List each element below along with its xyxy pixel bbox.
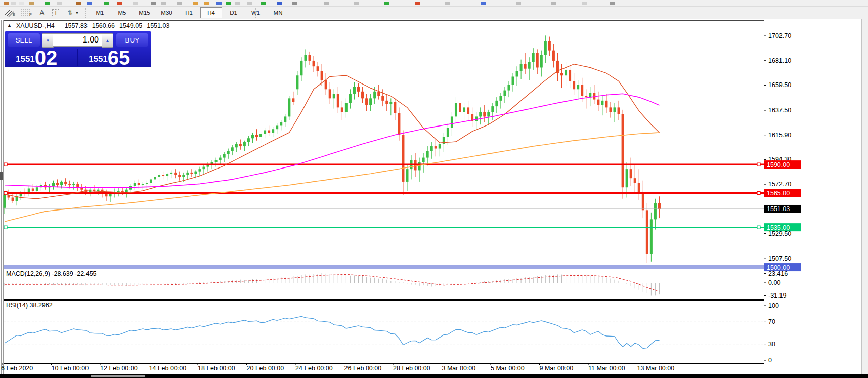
date-label: 28 Feb 00:00 (393, 365, 430, 372)
candle-body (239, 144, 242, 147)
buy-price[interactable]: 1551 65 (89, 49, 130, 66)
price-badge-label: 1565.00 (767, 190, 790, 197)
candle-body (422, 158, 425, 162)
candle-body (337, 94, 339, 107)
candle-body (483, 112, 486, 116)
candle-body (565, 70, 567, 75)
line-handle[interactable] (757, 226, 760, 229)
candle-body (117, 191, 120, 192)
candle-body (292, 98, 294, 102)
candle-body (223, 154, 226, 158)
candle-body (365, 98, 368, 105)
candle-body (524, 64, 527, 69)
price-tick-label: 1572.70 (768, 181, 791, 188)
sell-price-small: 1551 (16, 54, 35, 64)
candle-body (577, 85, 579, 89)
candle-body (646, 210, 648, 254)
candle-body (544, 41, 547, 55)
candle-body (503, 91, 506, 96)
candle-body (361, 92, 364, 99)
price-badge-label: 1590.00 (767, 161, 790, 169)
line-handle[interactable] (4, 163, 7, 166)
candle-body (219, 158, 222, 160)
candle-body (272, 129, 274, 133)
candle-body (357, 87, 360, 92)
candle-body (622, 114, 624, 187)
candle-body (146, 183, 148, 184)
candle-body (182, 175, 185, 177)
ohlc-open: 1557.83 (65, 22, 88, 29)
candle-body (463, 107, 465, 112)
candle-body (532, 53, 535, 62)
rsi-tick-label: 30 (768, 341, 775, 348)
candle-body (597, 100, 599, 105)
candle-body (381, 96, 384, 101)
candle-body (93, 190, 95, 191)
candle-body (609, 107, 612, 112)
candle-body (166, 174, 168, 176)
price-tick-label: 1637.50 (768, 107, 791, 114)
candle-body (56, 183, 59, 185)
ohlc-high: 1560.66 (92, 22, 115, 29)
price-tick-label: 1507.50 (768, 255, 791, 262)
candle-body (581, 85, 583, 96)
candle-body (389, 102, 392, 104)
collapse-triangle-icon[interactable]: ▲ (7, 23, 12, 29)
buy-button[interactable]: BUY (116, 33, 148, 47)
candle-body (516, 71, 518, 76)
candle-body (638, 183, 640, 192)
ma_slow-line (5, 133, 660, 222)
candle-body (605, 101, 607, 108)
candle-body (247, 138, 250, 142)
volume-decrease-button[interactable]: ▼ (42, 33, 54, 48)
candle-body (296, 75, 298, 89)
candle-body (406, 169, 408, 182)
rsi-tick-label: 70 (768, 318, 775, 325)
candle-body (121, 191, 124, 192)
candle-body (479, 112, 482, 116)
price-badge-label: 1500.00 (767, 264, 790, 271)
candle-body (325, 80, 327, 89)
chart-title: ▲ XAUUSD-,H4 1557.83 1560.66 1549.05 155… (7, 22, 169, 29)
candle-body (475, 116, 478, 121)
candle-body (243, 142, 246, 146)
volume-input[interactable] (53, 33, 102, 47)
candle-body (268, 130, 270, 133)
candle-body (64, 182, 67, 184)
candle-body (642, 192, 644, 210)
date-label: 11 Mar 00:00 (588, 365, 625, 372)
candle-body (658, 203, 661, 209)
buy-price-big: 65 (108, 49, 131, 66)
price-tick-label: 1659.50 (768, 81, 791, 89)
candle-body (491, 106, 494, 112)
sell-price-big: 02 (35, 49, 58, 66)
date-label: 9 Mar 00:00 (540, 365, 574, 372)
candle-body (439, 144, 441, 149)
candle-body (353, 87, 356, 94)
candle-body (227, 151, 230, 154)
price-tick-label: 1702.70 (768, 32, 791, 39)
candle-body (4, 195, 6, 208)
candle-body (341, 107, 343, 112)
candle-body (536, 53, 539, 67)
sell-button[interactable]: SELL (8, 33, 40, 47)
candle-body (76, 184, 79, 187)
volume-increase-button[interactable]: ▲ (102, 33, 113, 48)
sell-price[interactable]: 1551 02 (16, 49, 57, 66)
candle-body (618, 107, 620, 114)
line-handle[interactable] (4, 226, 7, 229)
line-handle[interactable] (757, 191, 760, 194)
date-label: 14 Feb 00:00 (149, 365, 187, 372)
candle-body (601, 101, 603, 105)
candle-body (585, 96, 587, 97)
candle-body (235, 144, 238, 148)
candle-body (569, 70, 571, 81)
candle-body (162, 175, 164, 176)
candle-body (455, 103, 457, 116)
line-handle[interactable] (757, 163, 760, 166)
date-label: 12 Feb 00:00 (100, 365, 138, 372)
candle-body (198, 169, 201, 172)
candle-body (507, 85, 510, 90)
candle-body (255, 135, 258, 137)
date-label: 24 Feb 00:00 (295, 365, 333, 372)
